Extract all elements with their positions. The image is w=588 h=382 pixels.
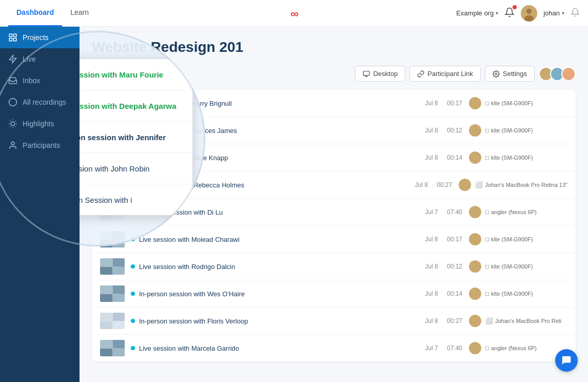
desktop-label: Desktop	[373, 70, 398, 78]
session-duration: 00:12	[444, 127, 465, 134]
svg-point-8	[9, 99, 17, 106]
session-dot	[131, 128, 135, 132]
zap-icon	[8, 54, 17, 64]
session-name: Live session with Frances James	[139, 127, 419, 135]
sidebar-item-live[interactable]: Live	[0, 48, 80, 70]
circle-icon	[8, 98, 17, 107]
org-name: Example org	[456, 9, 494, 17]
session-thumbnail	[100, 258, 125, 275]
session-dot	[131, 346, 135, 350]
svg-line-13	[15, 126, 16, 127]
table-row[interactable]: Live session with Rodrigo Dalcin Jul 8 0…	[92, 253, 576, 280]
session-date: Jul 7	[419, 345, 444, 352]
session-dot	[131, 210, 135, 214]
session-thumbnail	[100, 122, 125, 139]
laptop-icon: ⬜	[485, 317, 493, 324]
notification-badge	[513, 5, 517, 9]
svg-rect-5	[9, 39, 12, 41]
session-avatar	[469, 206, 481, 218]
user-avatar-image	[521, 5, 537, 22]
sidebar-inbox-label: Inbox	[23, 77, 40, 85]
svg-point-1	[526, 9, 532, 14]
session-dot	[131, 101, 135, 105]
svg-line-17	[15, 121, 16, 121]
session-avatar	[469, 288, 481, 300]
session-thumbnail	[100, 204, 125, 220]
session-duration: 00:17	[444, 236, 465, 243]
session-dot	[131, 292, 135, 296]
mobile-icon: □	[485, 154, 489, 161]
session-thumbnail	[100, 177, 125, 193]
sidebar-item-participants[interactable]: Participants	[0, 135, 80, 156]
notifications-button[interactable]	[504, 7, 515, 20]
chevron-down-icon: ▾	[496, 10, 498, 16]
page-title: Website Redesign 201	[92, 39, 576, 55]
mobile-icon: □	[485, 345, 489, 352]
desktop-button[interactable]: Desktop	[355, 66, 405, 82]
session-date: Jul 8	[419, 100, 444, 107]
org-selector[interactable]: Example org ▾	[456, 9, 498, 17]
sidebar-item-inbox[interactable]: Inbox	[0, 70, 80, 91]
table-row[interactable]: In-person session with Wes O'Haire Jul 8…	[92, 280, 576, 308]
session-thumbnail	[100, 340, 125, 356]
table-row[interactable]: Live session with Marcela Garrido Jul 7 …	[92, 335, 576, 361]
session-duration: 07:40	[444, 345, 465, 352]
app-logo: ∞	[290, 6, 298, 21]
tab-dashboard[interactable]: Dashboard	[8, 0, 62, 27]
sidebar-live-label: Live	[23, 55, 36, 63]
session-date: Jul 8	[408, 181, 434, 188]
svg-marker-7	[9, 55, 16, 63]
session-avatar	[469, 151, 481, 164]
session-thumbnail	[100, 313, 125, 329]
avatar-3	[561, 67, 576, 81]
settings-icon	[493, 70, 500, 78]
table-row[interactable]: In-person session Rebecca Holmes Jul 8 0…	[92, 171, 576, 199]
alert-icon[interactable]	[571, 8, 580, 19]
link-icon	[417, 70, 424, 78]
participant-link-button[interactable]: Participant Link	[409, 66, 481, 82]
table-row[interactable]: Live session with Dave Knapp Jul 8 00:14…	[92, 144, 576, 171]
toolbar: Desktop Participant Link Settings	[92, 66, 576, 82]
table-row[interactable]: In-person session with Di Lu Jul 7 07:40…	[92, 199, 576, 226]
chat-icon	[561, 355, 572, 366]
session-date: Jul 8	[419, 236, 444, 243]
session-device: □klte (SM-G900F)	[485, 236, 567, 243]
session-date: Jul 8	[419, 127, 444, 134]
settings-button[interactable]: Settings	[485, 66, 535, 82]
table-row[interactable]: In-person session with Floris Verloop Ju…	[92, 308, 576, 335]
session-avatar	[459, 179, 471, 191]
session-date: Jul 8	[419, 317, 444, 324]
session-name: In-person session Rebecca Holmes	[139, 181, 408, 189]
svg-rect-4	[14, 34, 16, 36]
session-device: □klte (SM-G900F)	[485, 290, 567, 297]
session-thumbnail	[100, 285, 125, 302]
sidebar: Projects Live Inbox All recordings Highl…	[0, 27, 80, 382]
user-menu[interactable]: johan ▾	[543, 9, 564, 17]
sidebar-item-highlights[interactable]: Highlights	[0, 113, 80, 135]
mobile-icon: □	[485, 100, 489, 107]
session-device: ⬜Johan's MacBook Pro Reti	[485, 317, 567, 324]
session-duration: 00:14	[444, 290, 465, 297]
svg-rect-3	[9, 34, 12, 36]
svg-line-12	[10, 121, 10, 121]
session-duration: 00:17	[444, 100, 465, 107]
mobile-icon: □	[485, 236, 489, 243]
session-duration: 00:12	[444, 263, 465, 270]
session-date: Jul 8	[419, 290, 444, 297]
table-row[interactable]: Live session with Moiead Charawi Jul 8 0…	[92, 226, 576, 253]
session-name: Live session with Harry Brignull	[139, 100, 419, 107]
monitor-icon	[363, 70, 370, 78]
session-avatar	[469, 233, 481, 245]
chat-button[interactable]	[555, 349, 578, 372]
sidebar-item-projects[interactable]: Projects	[0, 27, 80, 48]
sidebar-item-all-recordings[interactable]: All recordings	[0, 91, 80, 113]
session-dot	[131, 319, 135, 323]
session-duration: 00:14	[444, 154, 465, 161]
inbox-icon	[8, 76, 17, 85]
session-name: Live session with Marcela Garrido	[139, 345, 419, 352]
session-dot	[131, 156, 135, 160]
table-row[interactable]: Live session with Frances James Jul 8 00…	[92, 117, 576, 144]
session-device: ⬜Johan's MacBook Pro Retina 13"	[475, 181, 567, 188]
tab-learn[interactable]: Learn	[62, 0, 97, 27]
table-row[interactable]: Live session with Harry Brignull Jul 8 0…	[92, 90, 576, 117]
